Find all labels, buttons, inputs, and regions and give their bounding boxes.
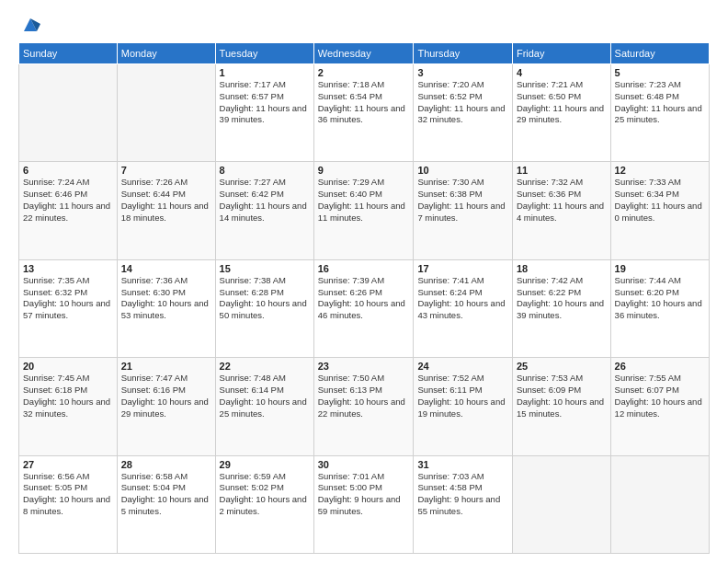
day-number: 18 [517, 263, 607, 274]
day-number: 14 [121, 263, 211, 274]
day-number: 17 [417, 263, 508, 274]
day-number: 21 [121, 361, 211, 372]
day-number: 4 [517, 67, 607, 78]
day-info: Sunrise: 7:45 AM Sunset: 6:18 PM Dayligh… [23, 373, 113, 419]
day-info: Sunrise: 7:21 AM Sunset: 6:50 PM Dayligh… [517, 79, 607, 126]
day-info: Sunrise: 7:52 AM Sunset: 6:11 PM Dayligh… [417, 373, 508, 419]
calendar-day-cell: 20Sunrise: 7:45 AM Sunset: 6:18 PM Dayli… [19, 358, 118, 455]
day-info: Sunrise: 7:23 AM Sunset: 6:48 PM Dayligh… [615, 79, 705, 126]
calendar-day-cell: 3Sunrise: 7:20 AM Sunset: 6:52 PM Daylig… [414, 64, 513, 162]
calendar-week-row: 13Sunrise: 7:35 AM Sunset: 6:32 PM Dayli… [19, 259, 710, 357]
calendar-day-cell: 24Sunrise: 7:52 AM Sunset: 6:11 PM Dayli… [414, 358, 513, 455]
logo-icon [20, 15, 40, 35]
day-number: 23 [318, 361, 410, 372]
day-number: 7 [121, 165, 211, 176]
calendar-day-cell: 18Sunrise: 7:42 AM Sunset: 6:22 PM Dayli… [512, 259, 610, 357]
day-number: 1 [220, 67, 310, 78]
day-number: 25 [517, 361, 607, 372]
day-number: 19 [615, 263, 705, 274]
day-info: Sunrise: 7:17 AM Sunset: 6:57 PM Dayligh… [220, 79, 310, 126]
day-number: 8 [220, 165, 310, 176]
calendar-day-cell: 13Sunrise: 7:35 AM Sunset: 6:32 PM Dayli… [19, 259, 118, 357]
day-info: Sunrise: 7:36 AM Sunset: 6:30 PM Dayligh… [121, 275, 211, 322]
day-number: 13 [23, 263, 113, 274]
day-info: Sunrise: 7:24 AM Sunset: 6:46 PM Dayligh… [23, 177, 113, 224]
day-info: Sunrise: 7:03 AM Sunset: 4:58 PM Dayligh… [417, 471, 508, 518]
calendar-day-cell: 6Sunrise: 7:24 AM Sunset: 6:46 PM Daylig… [19, 162, 118, 259]
calendar-day-cell: 25Sunrise: 7:53 AM Sunset: 6:09 PM Dayli… [512, 358, 610, 455]
day-number: 3 [417, 67, 508, 78]
day-number: 31 [417, 459, 508, 470]
weekday-header-friday: Friday [512, 43, 610, 64]
day-number: 29 [220, 459, 310, 470]
day-info: Sunrise: 7:18 AM Sunset: 6:54 PM Dayligh… [318, 79, 410, 126]
calendar: SundayMondayTuesdayWednesdayThursdayFrid… [18, 42, 710, 554]
calendar-day-cell: 15Sunrise: 7:38 AM Sunset: 6:28 PM Dayli… [215, 259, 313, 357]
calendar-day-cell: 2Sunrise: 7:18 AM Sunset: 6:54 PM Daylig… [313, 64, 414, 162]
header [18, 17, 710, 35]
day-info: Sunrise: 6:56 AM Sunset: 5:05 PM Dayligh… [23, 471, 113, 518]
day-number: 5 [615, 67, 705, 78]
day-info: Sunrise: 7:55 AM Sunset: 6:07 PM Dayligh… [615, 373, 705, 419]
calendar-week-row: 6Sunrise: 7:24 AM Sunset: 6:46 PM Daylig… [19, 162, 710, 259]
calendar-day-cell [117, 64, 215, 162]
calendar-day-cell: 11Sunrise: 7:32 AM Sunset: 6:36 PM Dayli… [512, 162, 610, 259]
day-number: 6 [23, 165, 113, 176]
calendar-day-cell: 4Sunrise: 7:21 AM Sunset: 6:50 PM Daylig… [512, 64, 610, 162]
calendar-day-cell: 5Sunrise: 7:23 AM Sunset: 6:48 PM Daylig… [610, 64, 709, 162]
weekday-header-monday: Monday [117, 43, 215, 64]
day-info: Sunrise: 7:01 AM Sunset: 5:00 PM Dayligh… [318, 471, 410, 518]
calendar-day-cell: 26Sunrise: 7:55 AM Sunset: 6:07 PM Dayli… [610, 358, 709, 455]
weekday-header-saturday: Saturday [610, 43, 709, 64]
weekday-header-wednesday: Wednesday [313, 43, 414, 64]
day-number: 20 [23, 361, 113, 372]
calendar-day-cell: 8Sunrise: 7:27 AM Sunset: 6:42 PM Daylig… [215, 162, 313, 259]
day-info: Sunrise: 7:26 AM Sunset: 6:44 PM Dayligh… [121, 177, 211, 224]
day-info: Sunrise: 7:27 AM Sunset: 6:42 PM Dayligh… [220, 177, 310, 224]
calendar-day-cell: 12Sunrise: 7:33 AM Sunset: 6:34 PM Dayli… [610, 162, 709, 259]
page: SundayMondayTuesdayWednesdayThursdayFrid… [0, 0, 728, 563]
calendar-day-cell: 7Sunrise: 7:26 AM Sunset: 6:44 PM Daylig… [117, 162, 215, 259]
calendar-day-cell: 31Sunrise: 7:03 AM Sunset: 4:58 PM Dayli… [414, 455, 513, 553]
day-number: 16 [318, 263, 410, 274]
calendar-day-cell [512, 455, 610, 553]
day-info: Sunrise: 7:30 AM Sunset: 6:38 PM Dayligh… [417, 177, 508, 224]
weekday-header-row: SundayMondayTuesdayWednesdayThursdayFrid… [19, 43, 710, 64]
day-info: Sunrise: 6:58 AM Sunset: 5:04 PM Dayligh… [121, 471, 211, 518]
day-number: 22 [220, 361, 310, 372]
calendar-day-cell: 14Sunrise: 7:36 AM Sunset: 6:30 PM Dayli… [117, 259, 215, 357]
day-info: Sunrise: 7:42 AM Sunset: 6:22 PM Dayligh… [517, 275, 607, 322]
day-info: Sunrise: 7:48 AM Sunset: 6:14 PM Dayligh… [220, 373, 310, 419]
day-number: 15 [220, 263, 310, 274]
day-number: 28 [121, 459, 211, 470]
calendar-day-cell: 17Sunrise: 7:41 AM Sunset: 6:24 PM Dayli… [414, 259, 513, 357]
day-number: 12 [615, 165, 705, 176]
calendar-day-cell: 27Sunrise: 6:56 AM Sunset: 5:05 PM Dayli… [19, 455, 118, 553]
calendar-day-cell: 28Sunrise: 6:58 AM Sunset: 5:04 PM Dayli… [117, 455, 215, 553]
day-info: Sunrise: 7:33 AM Sunset: 6:34 PM Dayligh… [615, 177, 705, 224]
day-number: 26 [615, 361, 705, 372]
day-info: Sunrise: 7:20 AM Sunset: 6:52 PM Dayligh… [417, 79, 508, 126]
day-info: Sunrise: 7:53 AM Sunset: 6:09 PM Dayligh… [517, 373, 607, 419]
weekday-header-thursday: Thursday [414, 43, 513, 64]
day-number: 9 [318, 165, 410, 176]
day-number: 24 [417, 361, 508, 372]
calendar-week-row: 20Sunrise: 7:45 AM Sunset: 6:18 PM Dayli… [19, 358, 710, 455]
calendar-day-cell: 19Sunrise: 7:44 AM Sunset: 6:20 PM Dayli… [610, 259, 709, 357]
day-info: Sunrise: 7:38 AM Sunset: 6:28 PM Dayligh… [220, 275, 310, 322]
weekday-header-sunday: Sunday [19, 43, 118, 64]
calendar-day-cell [610, 455, 709, 553]
calendar-day-cell: 23Sunrise: 7:50 AM Sunset: 6:13 PM Dayli… [313, 358, 414, 455]
day-number: 30 [318, 459, 410, 470]
calendar-day-cell: 29Sunrise: 6:59 AM Sunset: 5:02 PM Dayli… [215, 455, 313, 553]
day-info: Sunrise: 7:41 AM Sunset: 6:24 PM Dayligh… [417, 275, 508, 322]
day-info: Sunrise: 7:32 AM Sunset: 6:36 PM Dayligh… [517, 177, 607, 224]
calendar-day-cell [19, 64, 118, 162]
calendar-week-row: 27Sunrise: 6:56 AM Sunset: 5:05 PM Dayli… [19, 455, 710, 553]
day-info: Sunrise: 6:59 AM Sunset: 5:02 PM Dayligh… [220, 471, 310, 518]
calendar-day-cell: 21Sunrise: 7:47 AM Sunset: 6:16 PM Dayli… [117, 358, 215, 455]
day-number: 10 [417, 165, 508, 176]
day-info: Sunrise: 7:47 AM Sunset: 6:16 PM Dayligh… [121, 373, 211, 419]
day-number: 27 [23, 459, 113, 470]
day-info: Sunrise: 7:39 AM Sunset: 6:26 PM Dayligh… [318, 275, 410, 322]
